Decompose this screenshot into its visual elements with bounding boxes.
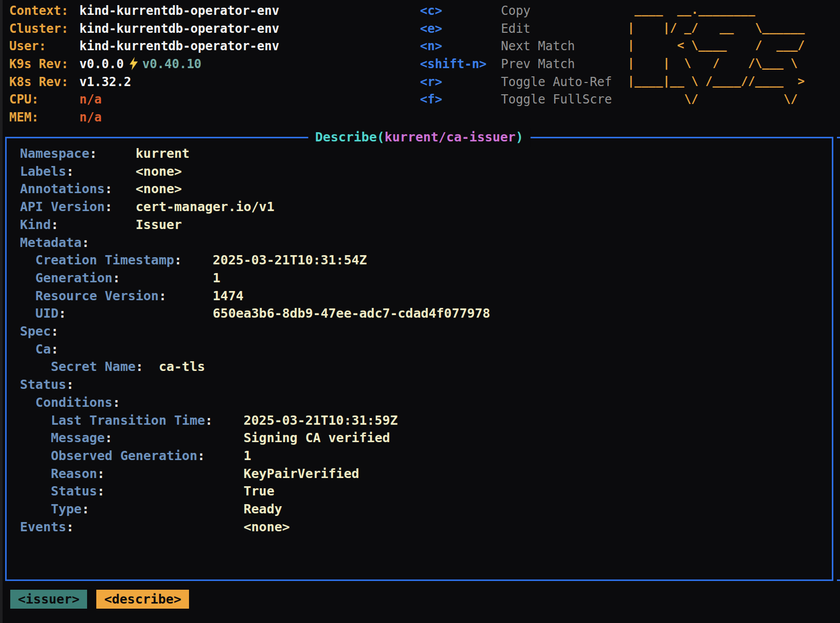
cluster-info-value: v0.0.0	[79, 57, 124, 71]
describe-panel: Describe(kurrent/ca-issuer) Namespace: k…	[5, 137, 833, 581]
describe-key: Namespace	[20, 146, 89, 161]
describe-key: Message	[20, 430, 105, 445]
shortcut-hints: <c>Copy<e>Edit<n>Next Match<shift-n>Prev…	[420, 2, 612, 109]
shortcut-action: Copy	[501, 4, 531, 18]
describe-value: 1	[205, 448, 251, 463]
describe-colon: :	[51, 324, 58, 339]
cluster-info-label: K9s Rev:	[9, 55, 79, 73]
breadcrumb-issuer[interactable]: <issuer>	[10, 590, 87, 609]
describe-value: Ready	[89, 502, 282, 516]
shortcut-action: Next Match	[501, 39, 575, 53]
cluster-info-row: K8s Rev:v1.32.2	[9, 73, 279, 91]
describe-line: Status:	[20, 376, 490, 394]
shortcut-row: <f>Toggle FullScre	[420, 91, 612, 109]
cluster-info-label: MEM:	[9, 109, 79, 127]
describe-colon: :	[81, 235, 89, 250]
describe-colon: :	[97, 466, 105, 481]
shortcut-action: Edit	[501, 22, 531, 36]
describe-colon: :	[58, 306, 66, 321]
shortcut-row: <r>Toggle Auto-Ref	[420, 73, 612, 91]
breadcrumb-describe[interactable]: <describe>	[96, 590, 189, 609]
describe-line: Message: Signing CA verified	[20, 429, 490, 447]
describe-colon: :	[197, 448, 205, 463]
shortcut-key: <e>	[420, 20, 501, 38]
describe-line: Spec:	[20, 323, 490, 341]
describe-key: Last Transition Time	[20, 413, 205, 428]
describe-key: Labels	[20, 164, 66, 179]
cluster-info-value: n/a	[79, 92, 101, 107]
describe-key: Ca	[20, 342, 51, 357]
cluster-info-value: v1.32.2	[79, 75, 131, 89]
describe-colon: :	[113, 395, 120, 410]
cluster-info-label: Context:	[9, 2, 79, 20]
describe-key: Generation	[20, 271, 113, 285]
describe-key: Annotations	[20, 181, 105, 196]
describe-line: UID: 650ea3b6-8db9-47ee-adc7-cdad4f07797…	[20, 305, 490, 323]
describe-value: Signing CA verified	[113, 430, 390, 445]
panel-title-suffix: )	[516, 130, 523, 144]
panel-title-prefix: Describe(	[315, 130, 384, 144]
k9s-logo: ____ __.________ | |/ _/ __ \______ | < …	[627, 1, 805, 108]
upgrade-bolt-icon	[129, 57, 138, 75]
cluster-info-row: MEM:n/a	[9, 109, 279, 127]
describe-value: 2025-03-21T10:31:54Z	[182, 253, 367, 267]
describe-line: Kind: Issuer	[20, 216, 490, 234]
describe-line: Type: Ready	[20, 501, 490, 518]
describe-key: Status	[20, 484, 97, 499]
describe-colon: :	[97, 484, 105, 499]
window-edge	[0, 0, 3, 623]
describe-line: Ca:	[20, 341, 490, 359]
describe-value: 2025-03-21T10:31:59Z	[213, 413, 397, 428]
shortcut-key: <c>	[420, 2, 501, 20]
describe-key: Reason	[20, 466, 97, 481]
describe-key: Observed Generation	[20, 448, 197, 463]
describe-colon: :	[66, 377, 74, 392]
cluster-info-row: K9s Rev:v0.0.0v0.40.10	[9, 55, 279, 73]
describe-line: Generation: 1	[20, 269, 490, 287]
shortcut-key: <f>	[420, 91, 501, 109]
describe-key: Type	[20, 502, 81, 516]
upgrade-version: v0.40.10	[142, 57, 202, 71]
describe-colon: :	[159, 288, 166, 303]
describe-value: 1474	[166, 288, 244, 303]
describe-value: ca-tls	[143, 359, 205, 374]
describe-colon: :	[105, 181, 113, 196]
shortcut-action: Toggle FullScre	[501, 92, 612, 107]
describe-colon: :	[89, 146, 97, 161]
describe-value: <none>	[74, 520, 289, 534]
describe-colon: :	[66, 164, 74, 179]
describe-line: Creation Timestamp: 2025-03-21T10:31:54Z	[20, 252, 490, 269]
shortcut-action: Toggle Auto-Ref	[501, 75, 612, 89]
describe-key: Status	[20, 377, 66, 392]
describe-colon: :	[105, 199, 113, 214]
shortcut-row: <n>Next Match	[420, 37, 612, 55]
describe-line: Reason: KeyPairVerified	[20, 465, 490, 483]
cluster-info-row: CPU:n/a	[9, 91, 279, 109]
describe-colon: :	[51, 217, 58, 232]
describe-key: UID	[20, 306, 58, 321]
cluster-info-label: Cluster:	[9, 20, 79, 38]
cluster-info-panel: Context:kind-kurrentdb-operator-envClust…	[9, 2, 279, 127]
panel-title-resource: kurrent/ca-issuer	[385, 130, 516, 144]
describe-colon: :	[66, 520, 74, 534]
describe-line: Metadata:	[20, 234, 490, 252]
describe-key: API Version	[20, 199, 105, 214]
describe-colon: :	[51, 342, 58, 357]
cluster-info-value: kind-kurrentdb-operator-env	[79, 22, 279, 36]
k9s-terminal: Context:kind-kurrentdb-operator-envClust…	[0, 0, 840, 623]
describe-key: Creation Timestamp	[20, 253, 174, 267]
panel-title: Describe(kurrent/ca-issuer)	[308, 128, 530, 147]
describe-value: cert-manager.io/v1	[113, 199, 275, 214]
describe-value: KeyPairVerified	[105, 466, 360, 481]
shortcut-row: <shift-n>Prev Match	[420, 55, 612, 73]
cluster-info-label: User:	[9, 37, 79, 55]
shortcut-row: <e>Edit	[420, 20, 612, 38]
breadcrumbs: <issuer><describe>	[10, 590, 189, 609]
cluster-info-value: kind-kurrentdb-operator-env	[79, 4, 279, 18]
describe-colon: :	[174, 253, 182, 267]
describe-content[interactable]: Namespace: kurrentLabels: <none>Annotati…	[20, 145, 490, 536]
shortcut-key: <shift-n>	[420, 55, 501, 73]
describe-line: Events: <none>	[20, 518, 490, 536]
describe-line: Last Transition Time: 2025-03-21T10:31:5…	[20, 412, 490, 430]
describe-value: Issuer	[58, 217, 182, 232]
